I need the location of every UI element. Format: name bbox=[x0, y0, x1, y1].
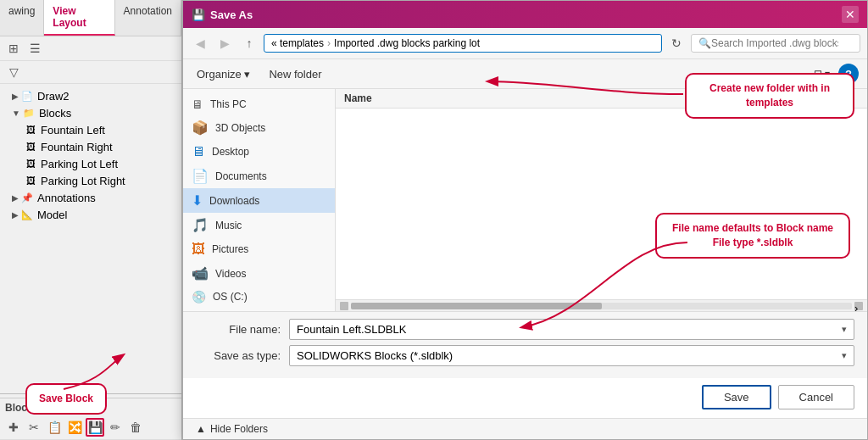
filetype-row: Save as type: SOLIDWORKS Blocks (*.sldbl… bbox=[196, 345, 854, 366]
tree-item-draw2[interactable]: ▶ 📄 Draw2 bbox=[0, 87, 181, 104]
parking-left-icon: 🖼 bbox=[24, 157, 37, 170]
blocks-shuffle-btn[interactable]: 🔀 bbox=[65, 418, 84, 437]
filename-value: Fountain Left.SLDBLK bbox=[297, 323, 406, 336]
videos-icon: 📹 bbox=[192, 265, 209, 281]
organize-label: Organize ▾ bbox=[197, 68, 250, 81]
nav-up-button[interactable]: ↑ bbox=[239, 33, 259, 53]
sidebar-label-documents: Documents bbox=[215, 170, 267, 182]
blocks-add-btn[interactable]: ✚ bbox=[4, 418, 23, 437]
cancel-button[interactable]: Cancel bbox=[778, 385, 854, 409]
tree-label-parking-right: Parking Lot Right bbox=[41, 175, 125, 187]
sidebar-item-downloads[interactable]: ⬇ Downloads bbox=[183, 188, 335, 213]
dialog-buttons: Save Cancel bbox=[183, 378, 867, 418]
dialog-nav-bar: ◀ ▶ ↑ « templates › Imported .dwg blocks… bbox=[183, 28, 867, 59]
filter-row: ▽ bbox=[0, 61, 181, 84]
expand-blocks: ▼ bbox=[12, 109, 20, 118]
new-folder-label: New folder bbox=[269, 68, 321, 81]
tree-label-draw2: Draw2 bbox=[37, 90, 70, 103]
3d-objects-icon: 📦 bbox=[192, 120, 209, 136]
filetype-value: SOLIDWORKS Blocks (*.sldblk) bbox=[297, 349, 453, 362]
refresh-button[interactable]: ↻ bbox=[666, 33, 687, 53]
sidebar-item-pictures[interactable]: 🖼 Pictures bbox=[183, 237, 335, 261]
panel-btn-grid[interactable]: ⊞ bbox=[4, 39, 23, 58]
blocks-delete-btn[interactable]: 🗑 bbox=[126, 418, 145, 437]
dialog-title-icon: 💾 bbox=[192, 8, 205, 21]
save-block-callout: Save Block bbox=[25, 383, 107, 415]
horizontal-scrollbar[interactable]: › bbox=[336, 299, 867, 311]
blocks-edit-btn[interactable]: ✏ bbox=[106, 418, 125, 437]
fountain-right-icon: 🖼 bbox=[24, 140, 37, 153]
filename-input[interactable]: Fountain Left.SLDBLK ▾ bbox=[289, 319, 854, 340]
left-panel: awing View Layout Annotation ⊞ ☰ ▽ ▶ 📄 D… bbox=[0, 0, 182, 440]
sidebar-label-this-pc: This PC bbox=[210, 98, 247, 110]
dialog-title-left: 💾 Save As bbox=[192, 8, 253, 21]
tab-drawing[interactable]: awing bbox=[0, 0, 44, 36]
sidebar-item-desktop[interactable]: 🖥 Desktop bbox=[183, 140, 335, 164]
panel-btn-list[interactable]: ☰ bbox=[25, 39, 44, 58]
search-box[interactable]: 🔍 bbox=[691, 34, 860, 53]
filetype-input[interactable]: SOLIDWORKS Blocks (*.sldblk) ▾ bbox=[289, 345, 854, 366]
tree-area: ▶ 📄 Draw2 ▼ 📁 Blocks 🖼 Fountain Left 🖼 F… bbox=[0, 84, 181, 393]
draw2-icon: 📄 bbox=[20, 89, 34, 103]
save-as-dialog: 💾 Save As ✕ ◀ ▶ ↑ « templates › Imported… bbox=[182, 0, 868, 440]
tree-label-blocks: Blocks bbox=[39, 107, 71, 120]
tree-label-parking-left: Parking Lot Left bbox=[41, 158, 118, 170]
dialog-close-button[interactable]: ✕ bbox=[842, 6, 859, 23]
music-icon: 🎵 bbox=[192, 217, 209, 233]
sidebar-item-os-c[interactable]: 💿 OS (C:) bbox=[183, 286, 335, 308]
tree-item-parking-left[interactable]: 🖼 Parking Lot Left bbox=[0, 155, 181, 172]
breadcrumb[interactable]: « templates › Imported .dwg blocks parki… bbox=[264, 34, 662, 53]
sidebar-label-desktop: Desktop bbox=[212, 146, 249, 158]
filter-btn[interactable]: ▽ bbox=[4, 63, 23, 81]
nav-back-button[interactable]: ◀ bbox=[190, 33, 210, 53]
sidebar-item-videos[interactable]: 📹 Videos bbox=[183, 261, 335, 286]
sidebar-label-music: Music bbox=[215, 220, 242, 231]
tree-item-fountain-left[interactable]: 🖼 Fountain Left bbox=[0, 121, 181, 138]
sidebar-item-3d-objects[interactable]: 📦 3D Objects bbox=[183, 115, 335, 140]
sidebar-label-downloads: Downloads bbox=[209, 195, 259, 207]
save-button[interactable]: Save bbox=[702, 385, 771, 409]
tree-item-model[interactable]: ▶ 📐 Model bbox=[0, 206, 181, 223]
nav-forward-button[interactable]: ▶ bbox=[214, 33, 235, 53]
desktop-icon: 🖥 bbox=[192, 144, 205, 159]
organize-button[interactable]: Organize ▾ bbox=[192, 65, 255, 83]
dialog-bottom: File name: Fountain Left.SLDBLK ▾ Save a… bbox=[183, 311, 867, 378]
tab-annotation[interactable]: Annotation bbox=[115, 0, 181, 36]
tree-item-parking-right[interactable]: 🖼 Parking Lot Right bbox=[0, 172, 181, 189]
tree-label-fountain-right: Fountain Right bbox=[41, 141, 113, 153]
downloads-icon: ⬇ bbox=[192, 192, 203, 209]
fountain-left-icon: 🖼 bbox=[24, 123, 37, 136]
dialog-content: 🖥 This PC 📦 3D Objects 🖥 Desktop 📄 Docum… bbox=[183, 89, 867, 311]
sidebar-item-documents[interactable]: 📄 Documents bbox=[183, 164, 335, 188]
filetype-dropdown-arrow: ▾ bbox=[842, 350, 847, 361]
tab-view-layout[interactable]: View Layout bbox=[44, 0, 114, 36]
blocks-save-btn[interactable]: 💾 bbox=[86, 418, 104, 437]
dialog-sidebar: 🖥 This PC 📦 3D Objects 🖥 Desktop 📄 Docum… bbox=[183, 89, 336, 311]
top-tabs: awing View Layout Annotation bbox=[0, 0, 181, 36]
annotation-mid-callout: File name defaults to Block name File ty… bbox=[655, 213, 850, 259]
file-list-scroll[interactable] bbox=[336, 109, 867, 299]
tree-item-blocks[interactable]: ▼ 📁 Blocks bbox=[0, 104, 181, 121]
blocks-cut-btn[interactable]: ✂ bbox=[25, 418, 43, 437]
sidebar-item-music[interactable]: 🎵 Music bbox=[183, 213, 335, 237]
sidebar-item-this-pc[interactable]: 🖥 This PC bbox=[183, 93, 335, 115]
search-icon: 🔍 bbox=[698, 37, 711, 49]
tree-item-annotations[interactable]: ▶ 📌 Annotations bbox=[0, 189, 181, 206]
sidebar-label-os-c: OS (C:) bbox=[213, 291, 248, 303]
expand-annotations: ▶ bbox=[12, 193, 19, 203]
hide-folders-bar[interactable]: ▲ Hide Folders bbox=[183, 418, 867, 439]
expand-model: ▶ bbox=[12, 210, 19, 220]
panel-toolbar: ⊞ ☰ bbox=[0, 36, 181, 61]
filetype-label: Save as type: bbox=[196, 349, 281, 362]
blocks-insert-btn[interactable]: 📋 bbox=[45, 418, 64, 437]
search-input[interactable] bbox=[711, 37, 838, 49]
filename-label: File name: bbox=[196, 323, 281, 336]
annotation-top-text: Create new folder with in templates bbox=[709, 82, 830, 109]
parking-right-icon: 🖼 bbox=[24, 174, 37, 187]
col-header-name[interactable]: Name bbox=[344, 92, 689, 104]
new-folder-button[interactable]: New folder bbox=[264, 65, 326, 83]
tree-item-fountain-right[interactable]: 🖼 Fountain Right bbox=[0, 138, 181, 155]
blocks-toolbar: ✚ ✂ 📋 🔀 💾 ✏ 🗑 bbox=[0, 415, 181, 440]
tree-label-annotations: Annotations bbox=[37, 192, 96, 204]
expand-draw2: ▶ bbox=[12, 92, 19, 101]
